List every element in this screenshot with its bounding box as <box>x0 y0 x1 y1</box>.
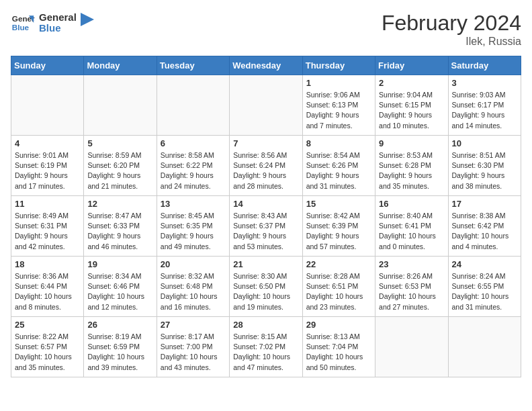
month-title: February 2024 <box>382 11 521 36</box>
day-number: 17 <box>452 199 517 209</box>
calendar-cell <box>11 75 84 136</box>
calendar-cell: 10Sunrise: 8:51 AMSunset: 6:30 PMDayligh… <box>448 136 521 196</box>
calendar-cell: 26Sunrise: 8:19 AMSunset: 6:59 PMDayligh… <box>84 317 157 377</box>
day-number: 10 <box>452 138 517 148</box>
day-number: 9 <box>379 138 444 148</box>
day-number: 7 <box>233 138 298 148</box>
day-number: 4 <box>15 138 80 148</box>
day-info: Sunrise: 8:32 AMSunset: 6:48 PMDaylight:… <box>161 271 226 312</box>
calendar-cell: 20Sunrise: 8:32 AMSunset: 6:48 PMDayligh… <box>157 257 229 317</box>
day-info: Sunrise: 8:49 AMSunset: 6:31 PMDaylight:… <box>15 211 80 252</box>
day-info: Sunrise: 8:59 AMSunset: 6:20 PMDaylight:… <box>87 150 152 191</box>
svg-text:Blue: Blue <box>12 23 30 32</box>
logo-blue: Blue <box>39 23 77 34</box>
day-number: 24 <box>452 259 517 269</box>
location-title: Ilek, Russia <box>382 36 521 48</box>
day-info: Sunrise: 8:47 AMSunset: 6:33 PMDaylight:… <box>87 211 152 252</box>
calendar-cell: 5Sunrise: 8:59 AMSunset: 6:20 PMDaylight… <box>84 136 157 196</box>
calendar-cell: 18Sunrise: 8:36 AMSunset: 6:44 PMDayligh… <box>11 257 84 317</box>
calendar-cell: 12Sunrise: 8:47 AMSunset: 6:33 PMDayligh… <box>84 196 157 257</box>
day-info: Sunrise: 8:40 AMSunset: 6:41 PMDaylight:… <box>379 211 444 252</box>
calendar-cell <box>448 317 521 377</box>
day-info: Sunrise: 8:13 AMSunset: 7:04 PMDaylight:… <box>306 332 371 373</box>
day-info: Sunrise: 8:38 AMSunset: 6:42 PMDaylight:… <box>452 211 517 252</box>
day-number: 2 <box>379 78 444 88</box>
day-number: 11 <box>15 199 80 209</box>
day-info: Sunrise: 8:19 AMSunset: 6:59 PMDaylight:… <box>87 332 152 373</box>
day-number: 19 <box>87 259 152 269</box>
week-row-1: 1Sunrise: 9:06 AMSunset: 6:13 PMDaylight… <box>11 75 521 136</box>
day-info: Sunrise: 8:36 AMSunset: 6:44 PMDaylight:… <box>15 271 80 312</box>
svg-marker-3 <box>81 13 94 26</box>
day-number: 22 <box>306 259 371 269</box>
day-number: 13 <box>161 199 226 209</box>
weekday-header-friday: Friday <box>375 56 448 75</box>
day-info: Sunrise: 8:43 AMSunset: 6:37 PMDaylight:… <box>233 211 298 252</box>
day-number: 25 <box>15 320 80 330</box>
calendar-cell <box>84 75 157 136</box>
day-number: 3 <box>452 78 517 88</box>
day-number: 14 <box>233 199 298 209</box>
logo-icon: General Blue <box>11 11 35 35</box>
calendar-cell: 13Sunrise: 8:45 AMSunset: 6:35 PMDayligh… <box>157 196 229 257</box>
day-number: 26 <box>87 320 152 330</box>
day-number: 18 <box>15 259 80 269</box>
calendar-cell: 21Sunrise: 8:30 AMSunset: 6:50 PMDayligh… <box>230 257 302 317</box>
day-number: 8 <box>306 138 371 148</box>
calendar-cell: 29Sunrise: 8:13 AMSunset: 7:04 PMDayligh… <box>302 317 375 377</box>
day-info: Sunrise: 8:17 AMSunset: 7:00 PMDaylight:… <box>161 332 226 373</box>
day-info: Sunrise: 9:03 AMSunset: 6:17 PMDaylight:… <box>452 90 517 131</box>
calendar-cell: 11Sunrise: 8:49 AMSunset: 6:31 PMDayligh… <box>11 196 84 257</box>
weekday-header-wednesday: Wednesday <box>230 56 302 75</box>
calendar-cell: 22Sunrise: 8:28 AMSunset: 6:51 PMDayligh… <box>302 257 375 317</box>
logo-arrow-icon <box>81 13 94 26</box>
week-row-4: 18Sunrise: 8:36 AMSunset: 6:44 PMDayligh… <box>11 257 521 317</box>
weekday-header-sunday: Sunday <box>11 56 84 75</box>
calendar-cell: 7Sunrise: 8:56 AMSunset: 6:24 PMDaylight… <box>230 136 302 196</box>
day-number: 15 <box>306 199 371 209</box>
calendar-cell: 15Sunrise: 8:42 AMSunset: 6:39 PMDayligh… <box>302 196 375 257</box>
calendar-cell: 23Sunrise: 8:26 AMSunset: 6:53 PMDayligh… <box>375 257 448 317</box>
day-number: 5 <box>87 138 152 148</box>
day-info: Sunrise: 8:24 AMSunset: 6:55 PMDaylight:… <box>452 271 517 312</box>
logo-general: General <box>39 12 77 24</box>
weekday-header-thursday: Thursday <box>302 56 375 75</box>
calendar-cell: 2Sunrise: 9:04 AMSunset: 6:15 PMDaylight… <box>375 75 448 136</box>
calendar-cell: 3Sunrise: 9:03 AMSunset: 6:17 PMDaylight… <box>448 75 521 136</box>
day-info: Sunrise: 8:30 AMSunset: 6:50 PMDaylight:… <box>233 271 298 312</box>
calendar-cell: 24Sunrise: 8:24 AMSunset: 6:55 PMDayligh… <box>448 257 521 317</box>
day-number: 6 <box>161 138 226 148</box>
week-row-5: 25Sunrise: 8:22 AMSunset: 6:57 PMDayligh… <box>11 317 521 377</box>
calendar-cell: 1Sunrise: 9:06 AMSunset: 6:13 PMDaylight… <box>302 75 375 136</box>
day-number: 29 <box>306 320 371 330</box>
week-row-2: 4Sunrise: 9:01 AMSunset: 6:19 PMDaylight… <box>11 136 521 196</box>
day-info: Sunrise: 8:28 AMSunset: 6:51 PMDaylight:… <box>306 271 371 312</box>
weekday-header-saturday: Saturday <box>448 56 521 75</box>
day-number: 20 <box>161 259 226 269</box>
day-info: Sunrise: 8:22 AMSunset: 6:57 PMDaylight:… <box>15 332 80 373</box>
day-info: Sunrise: 8:45 AMSunset: 6:35 PMDaylight:… <box>161 211 226 252</box>
calendar-cell: 6Sunrise: 8:58 AMSunset: 6:22 PMDaylight… <box>157 136 229 196</box>
calendar-cell: 8Sunrise: 8:54 AMSunset: 6:26 PMDaylight… <box>302 136 375 196</box>
calendar-cell <box>230 75 302 136</box>
calendar-cell: 4Sunrise: 9:01 AMSunset: 6:19 PMDaylight… <box>11 136 84 196</box>
calendar-cell: 19Sunrise: 8:34 AMSunset: 6:46 PMDayligh… <box>84 257 157 317</box>
day-info: Sunrise: 9:06 AMSunset: 6:13 PMDaylight:… <box>306 90 371 131</box>
calendar-cell: 27Sunrise: 8:17 AMSunset: 7:00 PMDayligh… <box>157 317 229 377</box>
calendar-cell: 16Sunrise: 8:40 AMSunset: 6:41 PMDayligh… <box>375 196 448 257</box>
day-info: Sunrise: 8:58 AMSunset: 6:22 PMDaylight:… <box>161 150 226 191</box>
day-info: Sunrise: 9:04 AMSunset: 6:15 PMDaylight:… <box>379 90 444 131</box>
logo: General Blue General Blue <box>11 11 94 35</box>
day-info: Sunrise: 8:15 AMSunset: 7:02 PMDaylight:… <box>233 332 298 373</box>
day-number: 12 <box>87 199 152 209</box>
day-number: 16 <box>379 199 444 209</box>
calendar-cell <box>157 75 229 136</box>
calendar-cell: 28Sunrise: 8:15 AMSunset: 7:02 PMDayligh… <box>230 317 302 377</box>
day-info: Sunrise: 8:56 AMSunset: 6:24 PMDaylight:… <box>233 150 298 191</box>
calendar-cell: 25Sunrise: 8:22 AMSunset: 6:57 PMDayligh… <box>11 317 84 377</box>
day-number: 1 <box>306 78 371 88</box>
calendar-cell <box>375 317 448 377</box>
day-number: 23 <box>379 259 444 269</box>
title-area: February 2024 Ilek, Russia <box>382 11 521 48</box>
header: General Blue General Blue February 2024 … <box>11 11 521 48</box>
